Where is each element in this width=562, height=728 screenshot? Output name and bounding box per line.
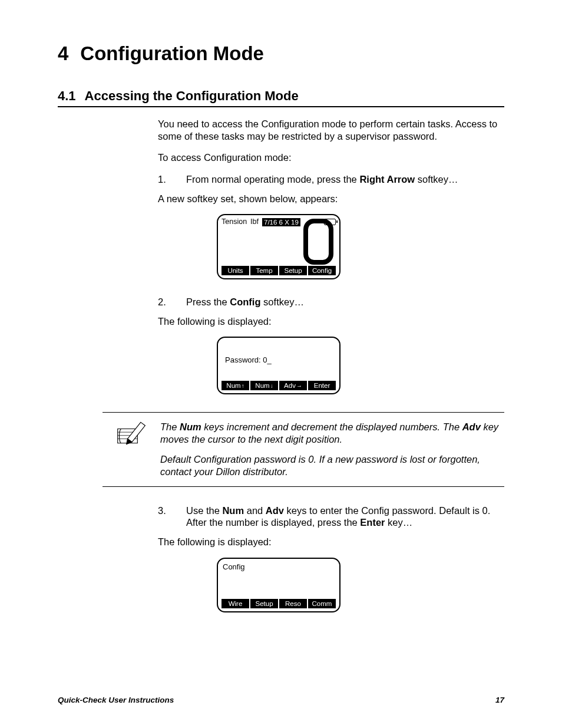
step-1: 1. From normal operating mode, press the… [158,173,504,186]
step-text: From normal operating mode, press the Ri… [186,173,504,186]
softkey-setup: Setup [279,266,307,275]
lcd3-title: Config [218,559,339,572]
step-number: 2. [158,296,186,308]
softkey-setup: Setup [250,599,278,608]
softkey-num-up: Num [222,381,249,391]
step-2: 2. Press the Config softkey… [158,296,504,308]
lcd-screen-2: Password: 0_ Num Num Adv Enter [217,337,340,394]
section-rule [58,106,504,107]
softkey-reso: Reso [279,599,307,608]
lcd1-label-tension: Tension [222,218,247,227]
step-text: Press the Config softkey… [186,296,504,308]
lcd1-rope-spec: 7/16 6 X 19 [262,218,300,226]
footer-page-number: 17 [495,696,504,704]
chapter-title: Configuration Mode [80,42,264,64]
lcd-screen-3: Config Wire Setup Reso Comm [217,558,340,613]
arrow-up-icon [242,381,244,390]
chapter-heading: 4Configuration Mode [58,42,504,65]
arrow-down-icon [270,381,273,390]
step-3-sub: The following is displayed: [158,536,504,548]
step-number: 1. [158,173,186,186]
softkey-enter: Enter [308,381,336,391]
step-number: 3. [158,505,186,529]
softkey-config: Config [308,266,336,275]
step-text: Use the Num and Adv keys to enter the Co… [186,505,504,529]
softkey-num-down: Num [250,381,278,391]
softkey-adv-right: Adv [279,381,307,391]
lcd-screen-1: Tension Ibf 7/16 6 X 19 Units Temp Setup… [217,214,340,279]
section-heading: 4.1Accessing the Configuration Mode [58,88,504,104]
arrow-right-icon [296,381,302,390]
pencil-note-icon [103,421,148,478]
softkey-comm: Comm [308,599,336,608]
section-title: Accessing the Configuration Mode [85,88,299,103]
intro-lead: To access Configuration mode: [158,151,504,164]
intro-paragraph: You need to access the Configuration mod… [158,118,504,142]
note-callout: The Num keys increment and decrement the… [103,412,504,487]
page-footer: Quick-Check User Instructions 17 [58,696,504,704]
softkey-wire: Wire [222,599,249,608]
lcd1-big-digit-zero [303,219,333,265]
note-text: The Num keys increment and decrement the… [160,421,504,478]
section-number: 4.1 [58,88,76,103]
chapter-number: 4 [58,42,68,64]
softkey-units: Units [222,266,249,275]
lcd1-label-units: Ibf [250,218,259,227]
step-3: 3. Use the Num and Adv keys to enter the… [158,505,504,529]
step-1-sub: A new softkey set, shown below, appears: [158,193,504,205]
step-2-sub: The following is displayed: [158,315,504,328]
lcd2-password-prompt: Password: 0_ [218,338,339,365]
footer-doc-title: Quick-Check User Instructions [58,696,174,704]
softkey-temp: Temp [250,266,278,275]
